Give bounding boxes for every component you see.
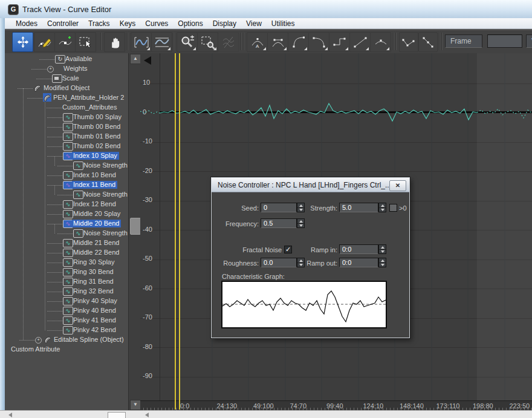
- tangent-slow-icon: [312, 36, 326, 49]
- spinner-down-icon[interactable]: [379, 207, 386, 212]
- window-titlebar[interactable]: G Track View - Curve Editor: [0, 0, 532, 18]
- set-tangents-slow-button[interactable]: [308, 32, 329, 52]
- dialog-close-icon[interactable]: ✕: [389, 180, 406, 191]
- menu-options[interactable]: Options: [173, 19, 207, 28]
- tree-item-index-10-splay[interactable]: ∿Index 10 Splay: [5, 151, 128, 161]
- tree-item-scale[interactable]: Scale: [5, 74, 128, 83]
- tree-item-noise-strength[interactable]: ∿Noise Strength: [5, 161, 128, 171]
- set-tangents-auto-button[interactable]: A: [247, 32, 268, 52]
- tree-item-middle-22-bend[interactable]: ∿Middle 22 Bend: [5, 248, 128, 258]
- hscroll-thumb[interactable]: [108, 412, 126, 418]
- set-tangents-linear-button[interactable]: [349, 32, 371, 52]
- tree-item-ring-30-bend[interactable]: ∿Ring 30 Bend: [5, 267, 128, 277]
- time-ruler[interactable]: 0:024:13049:10074:7099:40124:10148:14017…: [140, 400, 532, 410]
- set-tangents-spline-button[interactable]: [267, 32, 288, 52]
- tree-item-noise-strength[interactable]: ∿Noise Strength: [5, 190, 128, 200]
- roughness-field[interactable]: [261, 258, 297, 267]
- scroll-down-button[interactable]: ▼: [130, 400, 141, 410]
- menu-tracks[interactable]: Tracks: [83, 19, 115, 28]
- time-cursor-right-line[interactable]: [179, 53, 180, 410]
- app-logo-icon: G: [8, 4, 19, 15]
- tree-item-thumb-00-bend[interactable]: ∿Thumb 00 Bend: [5, 122, 128, 132]
- tree-connector: [57, 166, 73, 166]
- set-tangents-step-button[interactable]: [329, 32, 350, 52]
- move-keys-button[interactable]: [12, 32, 33, 52]
- strength-field[interactable]: [339, 203, 378, 212]
- tree-item-label: Middle 21 Bend: [72, 239, 121, 247]
- time-ruler-label: 74:70: [290, 402, 307, 410]
- spinner-down-icon[interactable]: [379, 249, 386, 253]
- draw-curves-button[interactable]: [34, 32, 55, 52]
- scroll-up-button[interactable]: ▲: [130, 54, 141, 64]
- hscroll-left-arrow[interactable]: [145, 413, 149, 417]
- strength-spinner[interactable]: [378, 203, 386, 212]
- show-tangents-button[interactable]: [399, 32, 418, 52]
- spinner-down-icon[interactable]: [379, 263, 386, 267]
- menu-view[interactable]: View: [241, 19, 267, 28]
- tree-item-custom-attributes[interactable]: Custom_Attributes: [5, 103, 128, 113]
- tree-item-thumb-02-bend[interactable]: ∿Thumb 02 Bend: [5, 142, 128, 151]
- expand-icon[interactable]: +: [47, 66, 54, 73]
- tree-item-weights[interactable]: +Weights: [5, 64, 128, 74]
- menu-curves[interactable]: Curves: [140, 19, 173, 28]
- ramp-out-spinner[interactable]: [378, 258, 386, 267]
- tree-item-editable-spline-object[interactable]: +Editable Spline (Object): [5, 335, 128, 345]
- tree-item-label: Ring 31 Bend: [72, 278, 115, 286]
- menu-utilities[interactable]: Utilities: [267, 19, 300, 28]
- tree-item-custom-attribute[interactable]: Custom Attribute: [5, 345, 128, 354]
- expand-icon[interactable]: +: [35, 337, 42, 344]
- tree-item-ring-31-bend[interactable]: ∿Ring 31 Bend: [5, 277, 128, 287]
- zoom-horizontal-extents-button[interactable]: [131, 32, 152, 52]
- tree-item-pinky-40-splay[interactable]: ∿Pinky 40 Splay: [5, 296, 128, 306]
- set-tangents-fast-button[interactable]: [288, 32, 309, 52]
- menu-display[interactable]: Display: [208, 19, 241, 28]
- tree-item-pinky-42-bend[interactable]: ∿Pinky 42 Bend: [5, 325, 128, 335]
- zoom-region-button[interactable]: [197, 32, 218, 52]
- tree-item-available[interactable]: ↻Available: [5, 54, 128, 64]
- dialog-titlebar[interactable]: Noise Controller : NPC L Hand [LHnd]_Fin…: [212, 178, 409, 192]
- time-cursor-left-line[interactable]: [175, 53, 176, 410]
- fractal-noise-checkbox[interactable]: ✓: [284, 246, 292, 253]
- zoom-button[interactable]: [177, 32, 198, 52]
- spinner-down-icon[interactable]: [297, 223, 304, 227]
- tree-item-thumb-01-bend[interactable]: ∿Thumb 01 Bend: [5, 132, 128, 142]
- menu-keys[interactable]: Keys: [115, 19, 141, 28]
- modifier-icon: [44, 335, 52, 344]
- tree-item-middle-21-bend[interactable]: ∿Middle 21 Bend: [5, 238, 128, 248]
- tree-item-thumb-00-splay[interactable]: ∿Thumb 00 Splay: [5, 113, 128, 122]
- menu-modes[interactable]: Modes: [11, 19, 42, 28]
- tree-item-ring-32-bend[interactable]: ∿Ring 32 Bend: [5, 287, 128, 296]
- tree-item-pen-attribute-holder-2[interactable]: PEN_Attribute_Holder 2: [5, 93, 128, 103]
- scroll-thumb[interactable]: [130, 218, 141, 235]
- tree-connector: [47, 263, 62, 263]
- dialog-title: Noise Controller : NPC L Hand [LHnd]_Fin…: [218, 181, 391, 189]
- lock-tangents-button[interactable]: [418, 32, 438, 52]
- gt0-checkbox[interactable]: [389, 204, 397, 212]
- tree-item-index-12-bend[interactable]: ∿Index 12 Bend: [5, 200, 128, 209]
- ramp-in-spinner[interactable]: [378, 244, 386, 254]
- seed-field[interactable]: [261, 203, 297, 212]
- frequency-field[interactable]: [261, 218, 297, 228]
- zoom-value-extents-button[interactable]: [151, 32, 172, 52]
- tree-item-middle-20-bend[interactable]: ∿Middle 20 Bend: [5, 219, 128, 229]
- add-keys-button[interactable]: [54, 32, 76, 52]
- tree-item-pinky-41-bend[interactable]: ∿Pinky 41 Bend: [5, 316, 128, 325]
- tree-item-noise-strength[interactable]: ∿Noise Strength: [5, 229, 128, 238]
- region-select-button[interactable]: [75, 32, 96, 52]
- ramp-out-field[interactable]: [339, 258, 378, 267]
- pan-button[interactable]: [104, 32, 125, 52]
- hscroll-left-arrow[interactable]: [8, 413, 12, 417]
- ramp-in-field[interactable]: [339, 244, 378, 254]
- set-tangents-smooth-button[interactable]: [370, 32, 391, 52]
- tree-item-pinky-40-bend[interactable]: ∿Pinky 40 Bend: [5, 306, 128, 316]
- tree-item-middle-20-splay[interactable]: ∿Middle 20 Splay: [5, 209, 128, 219]
- tree-item-index-10-bend[interactable]: ∿Index 10 Bend: [5, 171, 128, 180]
- simplify-curve-button[interactable]: [218, 32, 239, 52]
- characteristic-graph: [221, 281, 387, 328]
- frame-input[interactable]: [487, 34, 522, 48]
- tree-item-ring-30-splay[interactable]: ∿Ring 30 Splay: [5, 258, 128, 267]
- tree-item-index-11-bend[interactable]: ∿Index 11 Bend: [5, 180, 128, 190]
- frequency-spinner[interactable]: [297, 218, 305, 228]
- tree-item-modified-object[interactable]: Modified Object: [5, 83, 128, 93]
- menu-controller[interactable]: Controller: [42, 19, 83, 28]
